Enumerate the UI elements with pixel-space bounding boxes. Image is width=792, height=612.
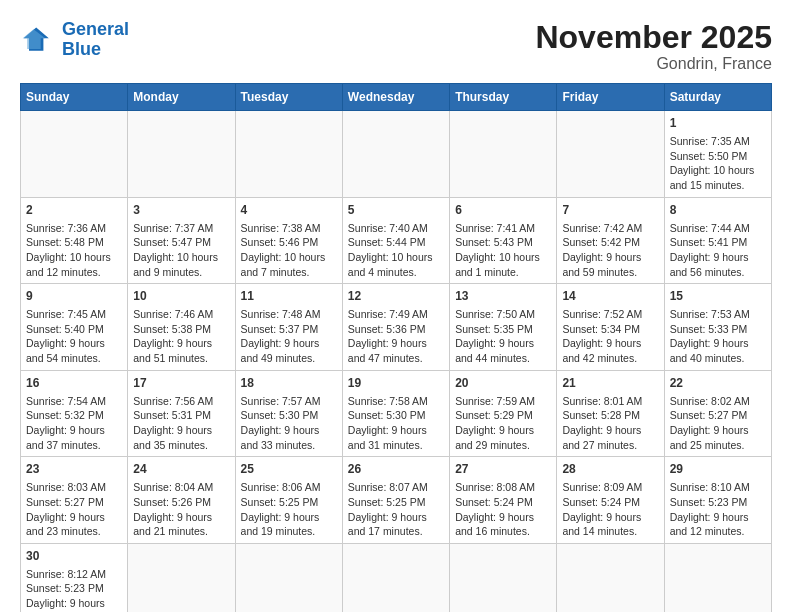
calendar-cell: 6Sunrise: 7:41 AM Sunset: 5:43 PM Daylig…: [450, 197, 557, 284]
day-header-thursday: Thursday: [450, 84, 557, 111]
day-number: 30: [26, 548, 122, 565]
day-number: 23: [26, 461, 122, 478]
calendar-header: SundayMondayTuesdayWednesdayThursdayFrid…: [21, 84, 772, 111]
calendar-cell: 8Sunrise: 7:44 AM Sunset: 5:41 PM Daylig…: [664, 197, 771, 284]
calendar-cell: 27Sunrise: 8:08 AM Sunset: 5:24 PM Dayli…: [450, 457, 557, 544]
calendar-cell: [235, 543, 342, 612]
day-number: 27: [455, 461, 551, 478]
calendar-cell: 20Sunrise: 7:59 AM Sunset: 5:29 PM Dayli…: [450, 370, 557, 457]
calendar-cell: 15Sunrise: 7:53 AM Sunset: 5:33 PM Dayli…: [664, 284, 771, 371]
calendar-cell: [21, 111, 128, 198]
day-content: Sunrise: 7:44 AM Sunset: 5:41 PM Dayligh…: [670, 221, 766, 280]
day-number: 24: [133, 461, 229, 478]
calendar-cell: 13Sunrise: 7:50 AM Sunset: 5:35 PM Dayli…: [450, 284, 557, 371]
day-number: 3: [133, 202, 229, 219]
day-number: 4: [241, 202, 337, 219]
calendar-cell: [235, 111, 342, 198]
day-content: Sunrise: 7:49 AM Sunset: 5:36 PM Dayligh…: [348, 307, 444, 366]
day-header-friday: Friday: [557, 84, 664, 111]
page-header: GeneralBlue November 2025 Gondrin, Franc…: [20, 20, 772, 73]
day-content: Sunrise: 7:38 AM Sunset: 5:46 PM Dayligh…: [241, 221, 337, 280]
day-number: 25: [241, 461, 337, 478]
calendar-cell: [342, 543, 449, 612]
calendar-cell: 28Sunrise: 8:09 AM Sunset: 5:24 PM Dayli…: [557, 457, 664, 544]
day-number: 14: [562, 288, 658, 305]
day-content: Sunrise: 7:36 AM Sunset: 5:48 PM Dayligh…: [26, 221, 122, 280]
calendar-cell: 19Sunrise: 7:58 AM Sunset: 5:30 PM Dayli…: [342, 370, 449, 457]
day-content: Sunrise: 7:59 AM Sunset: 5:29 PM Dayligh…: [455, 394, 551, 453]
calendar-cell: 17Sunrise: 7:56 AM Sunset: 5:31 PM Dayli…: [128, 370, 235, 457]
day-number: 2: [26, 202, 122, 219]
day-number: 15: [670, 288, 766, 305]
logo-text: GeneralBlue: [62, 20, 129, 60]
calendar-cell: 23Sunrise: 8:03 AM Sunset: 5:27 PM Dayli…: [21, 457, 128, 544]
week-row-5: 23Sunrise: 8:03 AM Sunset: 5:27 PM Dayli…: [21, 457, 772, 544]
day-header-sunday: Sunday: [21, 84, 128, 111]
calendar-cell: 18Sunrise: 7:57 AM Sunset: 5:30 PM Dayli…: [235, 370, 342, 457]
day-content: Sunrise: 7:45 AM Sunset: 5:40 PM Dayligh…: [26, 307, 122, 366]
calendar-cell: 29Sunrise: 8:10 AM Sunset: 5:23 PM Dayli…: [664, 457, 771, 544]
title-block: November 2025 Gondrin, France: [535, 20, 772, 73]
day-number: 29: [670, 461, 766, 478]
day-content: Sunrise: 7:37 AM Sunset: 5:47 PM Dayligh…: [133, 221, 229, 280]
day-content: Sunrise: 7:41 AM Sunset: 5:43 PM Dayligh…: [455, 221, 551, 280]
day-content: Sunrise: 7:46 AM Sunset: 5:38 PM Dayligh…: [133, 307, 229, 366]
calendar-cell: 26Sunrise: 8:07 AM Sunset: 5:25 PM Dayli…: [342, 457, 449, 544]
calendar-cell: 16Sunrise: 7:54 AM Sunset: 5:32 PM Dayli…: [21, 370, 128, 457]
week-row-1: 1Sunrise: 7:35 AM Sunset: 5:50 PM Daylig…: [21, 111, 772, 198]
calendar-cell: 11Sunrise: 7:48 AM Sunset: 5:37 PM Dayli…: [235, 284, 342, 371]
day-number: 7: [562, 202, 658, 219]
calendar-cell: 22Sunrise: 8:02 AM Sunset: 5:27 PM Dayli…: [664, 370, 771, 457]
calendar-cell: 25Sunrise: 8:06 AM Sunset: 5:25 PM Dayli…: [235, 457, 342, 544]
week-row-6: 30Sunrise: 8:12 AM Sunset: 5:23 PM Dayli…: [21, 543, 772, 612]
day-content: Sunrise: 8:01 AM Sunset: 5:28 PM Dayligh…: [562, 394, 658, 453]
calendar-cell: [342, 111, 449, 198]
week-row-4: 16Sunrise: 7:54 AM Sunset: 5:32 PM Dayli…: [21, 370, 772, 457]
calendar-cell: 12Sunrise: 7:49 AM Sunset: 5:36 PM Dayli…: [342, 284, 449, 371]
day-number: 1: [670, 115, 766, 132]
day-content: Sunrise: 7:53 AM Sunset: 5:33 PM Dayligh…: [670, 307, 766, 366]
calendar-cell: [557, 111, 664, 198]
day-number: 20: [455, 375, 551, 392]
day-number: 9: [26, 288, 122, 305]
day-content: Sunrise: 7:56 AM Sunset: 5:31 PM Dayligh…: [133, 394, 229, 453]
calendar-cell: [128, 543, 235, 612]
day-number: 19: [348, 375, 444, 392]
day-content: Sunrise: 8:02 AM Sunset: 5:27 PM Dayligh…: [670, 394, 766, 453]
day-content: Sunrise: 7:40 AM Sunset: 5:44 PM Dayligh…: [348, 221, 444, 280]
day-content: Sunrise: 8:03 AM Sunset: 5:27 PM Dayligh…: [26, 480, 122, 539]
day-header-tuesday: Tuesday: [235, 84, 342, 111]
day-number: 26: [348, 461, 444, 478]
day-content: Sunrise: 7:50 AM Sunset: 5:35 PM Dayligh…: [455, 307, 551, 366]
day-number: 28: [562, 461, 658, 478]
page-title: November 2025: [535, 20, 772, 55]
calendar-cell: 5Sunrise: 7:40 AM Sunset: 5:44 PM Daylig…: [342, 197, 449, 284]
logo: GeneralBlue: [20, 20, 129, 60]
calendar-cell: 21Sunrise: 8:01 AM Sunset: 5:28 PM Dayli…: [557, 370, 664, 457]
day-header-saturday: Saturday: [664, 84, 771, 111]
calendar-cell: 24Sunrise: 8:04 AM Sunset: 5:26 PM Dayli…: [128, 457, 235, 544]
calendar-body: 1Sunrise: 7:35 AM Sunset: 5:50 PM Daylig…: [21, 111, 772, 612]
calendar-cell: 9Sunrise: 7:45 AM Sunset: 5:40 PM Daylig…: [21, 284, 128, 371]
day-header-wednesday: Wednesday: [342, 84, 449, 111]
calendar-cell: 3Sunrise: 7:37 AM Sunset: 5:47 PM Daylig…: [128, 197, 235, 284]
calendar-cell: 30Sunrise: 8:12 AM Sunset: 5:23 PM Dayli…: [21, 543, 128, 612]
day-content: Sunrise: 8:06 AM Sunset: 5:25 PM Dayligh…: [241, 480, 337, 539]
day-number: 16: [26, 375, 122, 392]
day-content: Sunrise: 7:42 AM Sunset: 5:42 PM Dayligh…: [562, 221, 658, 280]
day-header-monday: Monday: [128, 84, 235, 111]
day-content: Sunrise: 7:54 AM Sunset: 5:32 PM Dayligh…: [26, 394, 122, 453]
calendar-cell: 10Sunrise: 7:46 AM Sunset: 5:38 PM Dayli…: [128, 284, 235, 371]
page-subtitle: Gondrin, France: [535, 55, 772, 73]
calendar-cell: 14Sunrise: 7:52 AM Sunset: 5:34 PM Dayli…: [557, 284, 664, 371]
day-content: Sunrise: 7:48 AM Sunset: 5:37 PM Dayligh…: [241, 307, 337, 366]
day-number: 11: [241, 288, 337, 305]
calendar-cell: 4Sunrise: 7:38 AM Sunset: 5:46 PM Daylig…: [235, 197, 342, 284]
day-content: Sunrise: 7:58 AM Sunset: 5:30 PM Dayligh…: [348, 394, 444, 453]
calendar-cell: 2Sunrise: 7:36 AM Sunset: 5:48 PM Daylig…: [21, 197, 128, 284]
day-content: Sunrise: 8:10 AM Sunset: 5:23 PM Dayligh…: [670, 480, 766, 539]
day-number: 18: [241, 375, 337, 392]
day-number: 17: [133, 375, 229, 392]
day-content: Sunrise: 8:08 AM Sunset: 5:24 PM Dayligh…: [455, 480, 551, 539]
week-row-2: 2Sunrise: 7:36 AM Sunset: 5:48 PM Daylig…: [21, 197, 772, 284]
